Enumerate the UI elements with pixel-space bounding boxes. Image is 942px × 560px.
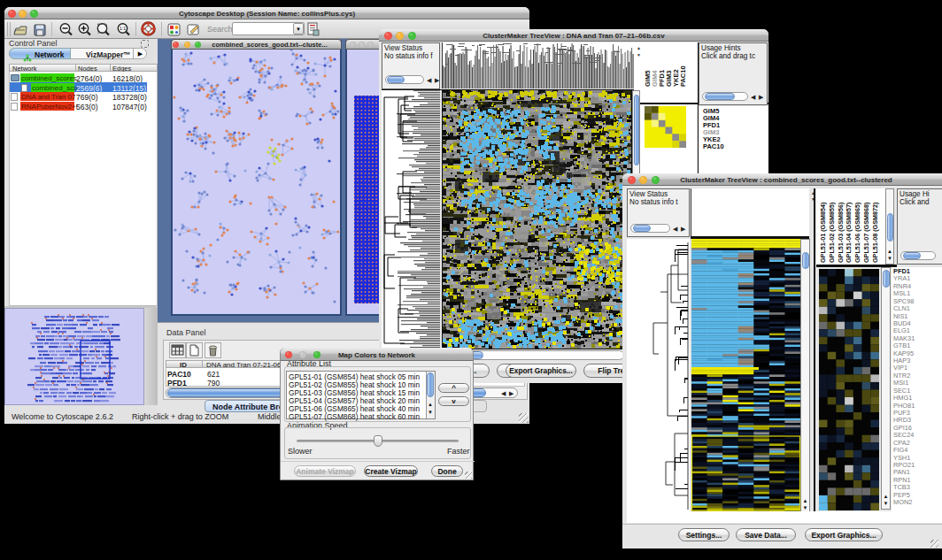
svg-text:1:1: 1:1 xyxy=(120,26,126,31)
